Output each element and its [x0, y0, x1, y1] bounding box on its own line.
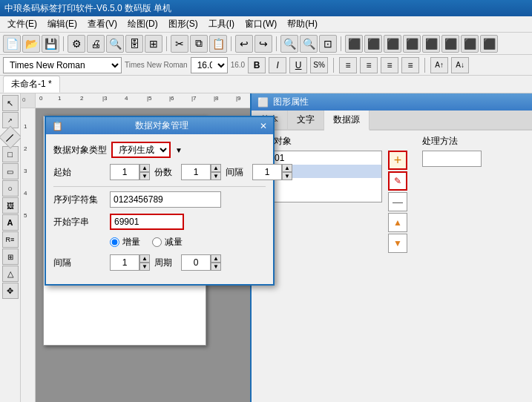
interval-spin-up[interactable]: ▲: [282, 164, 292, 172]
font-size-value: 16.0: [231, 61, 245, 69]
tab-datasource[interactable]: 数据源: [324, 111, 370, 131]
align-top[interactable]: ⬛: [384, 35, 401, 53]
start-count-row: 起始 ▲ ▼ 份数 ▲: [252, 164, 266, 180]
menu-draw[interactable]: 绘图(D): [123, 16, 162, 32]
interval-spinbox[interactable]: ▲ ▼: [252, 164, 292, 180]
props-title-bar: ⬜ 图形属性: [252, 93, 532, 111]
delete-datasource-btn[interactable]: —: [388, 192, 407, 211]
sep1: [63, 36, 64, 51]
open-button[interactable]: 📂: [22, 35, 40, 53]
font-name-value: Times New Roman: [125, 61, 188, 69]
tool-image[interactable]: 🖼: [2, 197, 19, 214]
data-obj-item-0[interactable]: 69901: [257, 151, 381, 165]
tool-roundrect[interactable]: ▭: [2, 163, 19, 179]
font-size-select[interactable]: 16.0: [191, 57, 228, 73]
menu-window[interactable]: 窗口(W): [240, 16, 281, 32]
sep3: [231, 36, 231, 51]
align-bottom[interactable]: ⬛: [403, 35, 421, 53]
ruler-v-1: 1: [24, 123, 27, 130]
align-center-btn[interactable]: ≡: [360, 57, 378, 73]
ruler-v-5: 5: [24, 212, 27, 219]
copy-button[interactable]: ⧉: [190, 35, 208, 53]
ruler-mark-3: |3: [102, 95, 108, 102]
tool-line[interactable]: |: [0, 125, 22, 148]
settings-button[interactable]: ⚙: [68, 35, 85, 53]
menu-view[interactable]: 查看(V): [83, 16, 122, 32]
extra-btn1[interactable]: A↑: [430, 57, 448, 73]
process-select[interactable]: [422, 151, 482, 167]
fmt-sep: [333, 58, 334, 73]
strike-button[interactable]: S%: [310, 57, 328, 73]
props-icon: ⬜: [257, 97, 269, 108]
toolbox: ↖ ↗ | □ ▭ ○ 🖼 A R≡ ⊞ △ ✥: [0, 93, 21, 402]
tab-unnamed[interactable]: 未命名-1 *: [3, 76, 60, 93]
sep4: [276, 36, 277, 51]
type-row: 数据对象类型 序列生成 ▼: [252, 142, 266, 158]
bold-button[interactable]: B: [248, 57, 266, 73]
props-body: 数据对象 69901 69901 + ✎ — ▲ ▼: [252, 131, 532, 402]
align-left[interactable]: ⬛: [345, 35, 363, 53]
menu-shape[interactable]: 图形(S): [164, 16, 203, 32]
ruler-mark-7: |7: [191, 95, 197, 102]
sep5: [341, 36, 341, 51]
zoom-fit[interactable]: ⊡: [319, 35, 337, 53]
ruler-mark-6: |6: [169, 95, 174, 102]
undo-button[interactable]: ↩: [235, 35, 253, 53]
props-tabs: 基本 文字 数据源: [252, 111, 532, 131]
tool-text-a[interactable]: A: [2, 214, 19, 231]
move-up-btn[interactable]: ▲: [388, 213, 407, 232]
save-button[interactable]: 💾: [42, 35, 59, 53]
tool-triangle[interactable]: △: [2, 266, 19, 282]
align-vcenter[interactable]: ⬛: [441, 35, 459, 53]
tab-text[interactable]: 文字: [288, 111, 324, 129]
underline-button[interactable]: U: [289, 57, 307, 73]
interval-spin-down[interactable]: ▼: [282, 172, 292, 180]
distribute-v[interactable]: ⬛: [480, 35, 498, 53]
title-text: 中琅条码标签打印软件-V6.5.0 数码版 单机: [4, 2, 171, 15]
menu-help[interactable]: 帮助(H): [283, 16, 322, 32]
main-area: ↖ ↗ | □ ▭ ○ 🖼 A R≡ ⊞ △ ✥ 0 0 1 2 |3 4 |5…: [0, 93, 532, 402]
zoom-in[interactable]: 🔍: [280, 35, 298, 53]
ruler-mark-5: |5: [147, 95, 152, 102]
print-button[interactable]: 🖨: [87, 35, 105, 53]
tool-move[interactable]: ✥: [2, 283, 19, 299]
preview-button[interactable]: 🔍: [106, 35, 124, 53]
align-right[interactable]: ⬛: [364, 35, 382, 53]
paste-button[interactable]: 📋: [209, 35, 227, 53]
tool-ellipse[interactable]: ○: [2, 180, 19, 197]
cut-button[interactable]: ✂: [171, 35, 188, 53]
edit-datasource-btn[interactable]: ✎: [388, 171, 407, 191]
manager-close[interactable]: ✕: [260, 131, 267, 131]
align-right-btn[interactable]: ≡: [381, 57, 398, 73]
data-obj-label: 数据对象: [256, 135, 407, 148]
zoom-out[interactable]: 🔍: [300, 35, 318, 53]
db-button[interactable]: 🗄: [125, 35, 143, 53]
move-down-btn[interactable]: ▼: [388, 234, 407, 253]
grid-button[interactable]: ⊞: [145, 35, 162, 53]
tool-select[interactable]: ↖: [2, 95, 19, 111]
radio-row: 增量 减量: [252, 236, 266, 248]
menu-file[interactable]: 文件(E): [3, 16, 42, 32]
add-datasource-btn[interactable]: +: [388, 151, 407, 170]
tool-rtf[interactable]: R≡: [2, 231, 19, 248]
new-button[interactable]: 📄: [3, 35, 21, 53]
font-toolbar: Times New Roman Times New Roman 16.0 16.…: [0, 55, 532, 76]
manager-dialog: 📋 数据对象管理 ✕ 数据对象类型 序列生成 ▼ 起始: [252, 131, 275, 286]
distribute-h[interactable]: ⬛: [461, 35, 479, 53]
italic-button[interactable]: I: [269, 57, 286, 73]
redo-button[interactable]: ↪: [254, 35, 272, 53]
menu-edit[interactable]: 编辑(E): [43, 16, 82, 32]
align-left-btn[interactable]: ≡: [339, 57, 357, 73]
align-justify-btn[interactable]: ≡: [401, 57, 419, 73]
menu-tools[interactable]: 工具(I): [204, 16, 239, 32]
extra-btn2[interactable]: A↓: [451, 57, 469, 73]
tab-label: 未命名-1 *: [11, 79, 52, 89]
tool-table[interactable]: ⊞: [2, 248, 19, 265]
align-hcenter[interactable]: ⬛: [422, 35, 440, 53]
interval-input[interactable]: [252, 164, 282, 180]
fmt-sep2: [424, 58, 425, 73]
interval-spin-btns: ▲ ▼: [282, 164, 292, 180]
font-name-select[interactable]: Times New Roman: [3, 57, 122, 73]
process-label: 处理方法: [422, 135, 482, 148]
menu-bar: 文件(E) 编辑(E) 查看(V) 绘图(D) 图形(S) 工具(I) 窗口(W…: [0, 16, 532, 33]
